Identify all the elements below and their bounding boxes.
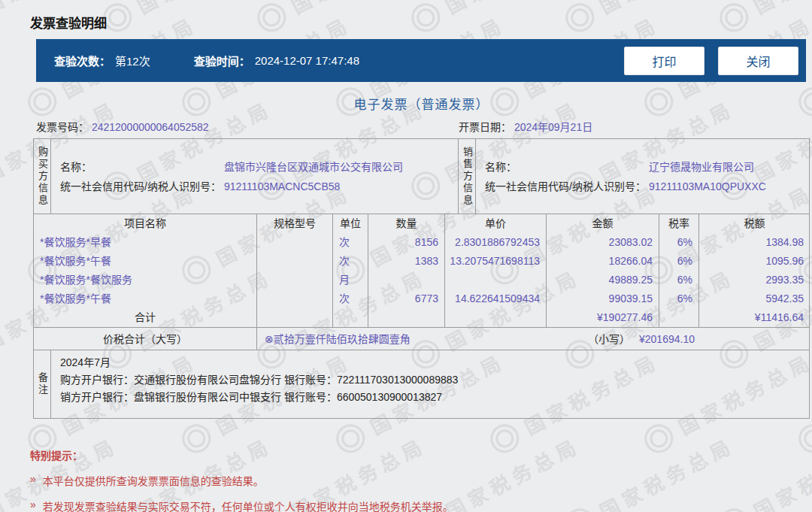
- verification-header-bar: 查验次数： 第12次 查验时间： 2024-12-07 17:47:48 打印 …: [36, 39, 806, 82]
- item-unit: 月: [332, 271, 368, 289]
- total-qty-empty: [368, 308, 444, 327]
- seller-name-label: 名称：: [485, 157, 649, 177]
- seller-section-label: 销售方信息: [459, 139, 475, 214]
- col-header-name: 项目名称: [34, 214, 256, 233]
- remarks-line: 2024年7月: [60, 354, 809, 371]
- buyer-taxid-row: 统一社会信用代码/纳税人识别号： 91211103MACNC5CB58: [60, 177, 458, 196]
- col-header-amount: 金额: [546, 214, 659, 233]
- item-spec: [256, 271, 332, 289]
- item-rate: 6%: [659, 252, 698, 271]
- col-header-unit: 单位: [332, 214, 368, 233]
- invoice-date-value: 2024年09月21日: [514, 121, 592, 133]
- notice-item-text: 本平台仅提供所查询发票票面信息的查验结果。: [43, 473, 264, 488]
- invoice-date-label: 开票日期：: [459, 121, 511, 133]
- buyer-name-label: 名称：: [60, 157, 224, 177]
- col-header-spec: 规格型号: [256, 214, 332, 233]
- header-buttons: 打印 关闭: [624, 47, 798, 75]
- item-amount: 23083.02: [546, 233, 659, 252]
- notice-item-text: 若发现发票查验结果与实际交易不符，任何单位或个人有权拒收并向当地税务机关举报。: [43, 498, 453, 512]
- total-tax: ¥11416.64: [698, 308, 810, 327]
- bullet-icon: »: [30, 498, 36, 512]
- party-section: 购买方信息 名称： 盘锦市兴隆台区双通城市公交有限公司 统一社会信用代码/纳税人…: [34, 139, 809, 214]
- total-rate-empty: [659, 308, 698, 327]
- sum-amount-figures: ¥201694.10: [639, 328, 695, 350]
- item-rate: 6%: [659, 271, 698, 289]
- item-unit: 次: [332, 252, 368, 271]
- invoice-number-label: 发票号码：: [36, 121, 89, 133]
- buyer-section: 购买方信息 名称： 盘锦市兴隆台区双通城市公交有限公司 统一社会信用代码/纳税人…: [34, 139, 458, 214]
- total-label: 合计: [34, 308, 256, 327]
- col-header-tax: 税额: [698, 214, 810, 233]
- print-button[interactable]: 打印: [624, 47, 704, 75]
- items-table: 项目名称 规格型号 单位 数量 单价 金额 税率 税额 *餐饮服务*早餐 次 8…: [34, 214, 809, 328]
- buyer-name-value: 盘锦市兴隆台区双通城市公交有限公司: [224, 157, 403, 177]
- item-name: *餐饮服务*午餐: [34, 289, 256, 308]
- invoice-date: 开票日期： 2024年09月21日: [459, 119, 810, 135]
- total-unit-empty: [332, 308, 368, 327]
- invoice-title: 电子发票（普通发票）: [33, 94, 810, 113]
- item-unit: 次: [332, 233, 368, 252]
- buyer-taxid-value: 91211103MACNC5CB58: [224, 177, 340, 196]
- notice-title: 特别提示：: [30, 447, 812, 462]
- item-tax: 1095.96: [698, 252, 810, 271]
- buyer-name-row: 名称： 盘锦市兴隆台区双通城市公交有限公司: [60, 157, 458, 177]
- seller-name-value: 辽宁德晟物业有限公司: [649, 157, 754, 177]
- item-tax: 2993.35: [698, 271, 810, 289]
- item-tax: 1384.98: [698, 233, 810, 252]
- item-tax: 5942.35: [698, 289, 810, 308]
- item-name: *餐饮服务*早餐: [34, 233, 256, 252]
- item-name: *餐饮服务*餐饮服务: [34, 271, 256, 289]
- seller-taxid-row: 统一社会信用代码/纳税人识别号： 91211103MA10QPUXXC: [485, 177, 809, 196]
- check-time: 查验时间： 2024-12-07 17:47:48: [194, 53, 359, 68]
- item-qty: [368, 271, 444, 289]
- item-qty: 6773: [368, 289, 444, 308]
- item-amount: 99039.15: [546, 289, 659, 308]
- check-time-label: 查验时间：: [194, 53, 250, 68]
- total-price-empty: [444, 308, 546, 327]
- item-rate: 6%: [659, 233, 698, 252]
- item-spec: [256, 289, 332, 308]
- item-spec: [256, 233, 332, 252]
- item-spec: [256, 252, 332, 271]
- invoice-meta: 发票号码： 24212000000064052582 开票日期： 2024年09…: [33, 119, 810, 135]
- item-qty: 8156: [368, 233, 444, 252]
- page-title: 发票查验明细: [30, 13, 812, 32]
- sum-small-label: （小写）: [588, 328, 630, 350]
- item-price: 13.2075471698113: [444, 252, 546, 271]
- seller-content: 名称： 辽宁德晟物业有限公司 统一社会信用代码/纳税人识别号： 91211103…: [475, 139, 809, 214]
- col-header-qty: 数量: [368, 214, 444, 233]
- check-time-value: 2024-12-07 17:47:48: [255, 54, 359, 67]
- sum-label: 价税合计（大写）: [34, 328, 256, 350]
- seller-section: 销售方信息 名称： 辽宁德晟物业有限公司 统一社会信用代码/纳税人识别号： 91…: [458, 139, 809, 214]
- remarks-section-label: 备注: [34, 350, 50, 418]
- remarks-line: 购方开户银行：交通银行股份有限公司盘锦分行 银行账号：7221117030130…: [60, 371, 809, 389]
- total-spec-empty: [256, 308, 332, 327]
- check-count: 查验次数： 第12次: [54, 53, 150, 68]
- item-name: *餐饮服务*午餐: [34, 252, 256, 271]
- buyer-taxid-label: 统一社会信用代码/纳税人识别号：: [60, 177, 224, 196]
- col-header-rate: 税率: [659, 214, 698, 233]
- sum-values: ⊗贰拾万壹仟陆佰玖拾肆圆壹角 （小写） ¥201694.10: [256, 328, 809, 350]
- col-header-price: 单价: [444, 214, 546, 233]
- invoice-number: 发票号码： 24212000000064052582: [36, 119, 209, 135]
- buyer-section-label: 购买方信息: [34, 139, 50, 214]
- notice-item: » 若发现发票查验结果与实际交易不符，任何单位或个人有权拒收并向当地税务机关举报…: [30, 498, 812, 512]
- invoice-box: 购买方信息 名称： 盘锦市兴隆台区双通城市公交有限公司 统一社会信用代码/纳税人…: [33, 138, 810, 419]
- remarks-content: 2024年7月 购方开户银行：交通银行股份有限公司盘锦分行 银行账号：72211…: [50, 350, 809, 418]
- total-amount: ¥190277.46: [546, 308, 659, 327]
- seller-taxid-value: 91211103MA10QPUXXC: [649, 177, 766, 196]
- item-price: [444, 271, 546, 289]
- check-count-value: 第12次: [115, 53, 150, 68]
- close-button[interactable]: 关闭: [718, 47, 798, 75]
- remarks-section: 备注 2024年7月 购方开户银行：交通银行股份有限公司盘锦分行 银行账号：72…: [34, 350, 809, 418]
- item-qty: 1383: [368, 252, 444, 271]
- special-notice: 特别提示： » 本平台仅提供所查询发票票面信息的查验结果。 » 若发现发票查验结…: [30, 447, 812, 512]
- item-price: 2.8301886792453: [444, 233, 546, 252]
- item-amount: 18266.04: [546, 252, 659, 271]
- seller-name-row: 名称： 辽宁德晟物业有限公司: [485, 157, 809, 177]
- check-count-label: 查验次数：: [54, 53, 111, 68]
- remarks-line: 销方开户银行：盘锦银行股份有限公司中银支行 银行账号：6600501309000…: [60, 389, 809, 406]
- seller-taxid-label: 统一社会信用代码/纳税人识别号：: [485, 177, 649, 196]
- bullet-icon: »: [30, 473, 36, 488]
- notice-item: » 本平台仅提供所查询发票票面信息的查验结果。: [30, 473, 812, 488]
